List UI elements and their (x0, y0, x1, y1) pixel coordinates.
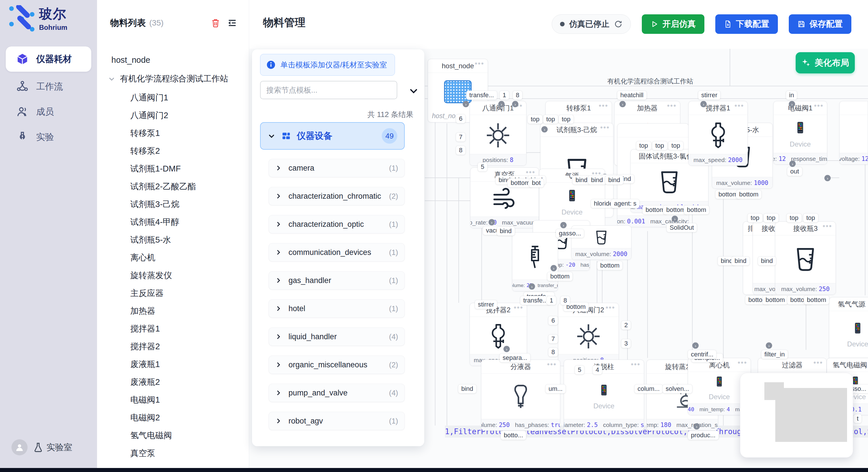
minimap[interactable] (740, 373, 853, 458)
template-item[interactable]: robot_agv (1) (269, 412, 405, 430)
node-menu-icon[interactable]: ••• (738, 358, 747, 367)
port-chip[interactable]: bottom (547, 272, 572, 281)
port-chip[interactable]: 5 (575, 365, 584, 374)
template-item[interactable]: characterization_chromatic (2) (269, 187, 405, 205)
port-chip[interactable]: bottom (763, 295, 788, 305)
port-chip[interactable]: bind (458, 384, 476, 394)
port-chip[interactable]: 4 (592, 365, 602, 374)
node-menu-icon[interactable]: ••• (547, 360, 557, 369)
node-menu-icon[interactable]: ••• (600, 123, 610, 132)
tree-item[interactable]: 搅拌器1 (107, 320, 243, 338)
node-menu-icon[interactable]: ••• (814, 101, 824, 110)
port-chip[interactable]: filter_in (761, 350, 788, 359)
port-dot[interactable]: › (825, 175, 831, 181)
sidebar-item-instruments[interactable]: 仪器耗材 (6, 46, 91, 72)
port-dot[interactable]: › (512, 101, 518, 107)
port-dot[interactable]: › (529, 283, 535, 290)
save-config-button[interactable]: 保存配置 (789, 14, 851, 34)
port-chip[interactable]: stirrer (475, 300, 497, 309)
port-chip[interactable]: 3 (621, 339, 631, 348)
tree-item[interactable]: 转移泵2 (107, 142, 243, 160)
port-chip[interactable]: 8 (513, 91, 522, 100)
node-menu-icon[interactable]: ••• (631, 360, 640, 369)
template-item[interactable]: gas_handler (1) (269, 271, 405, 290)
tree-item[interactable]: 八通阀门2 (107, 107, 243, 125)
template-item[interactable]: hotel (1) (269, 299, 405, 318)
port-dot[interactable]: › (498, 101, 505, 107)
node-solenoid-valve-2-partial[interactable]: voltage:12 (839, 101, 868, 165)
tree-item[interactable]: 搅拌器2 (107, 338, 243, 356)
port-chip[interactable]: bind (588, 175, 606, 185)
collapse-panel-button[interactable] (226, 16, 239, 29)
node-solenoid-valve-1[interactable]: 电磁阀1••• Device voltage:12response_time:0… (773, 101, 827, 165)
template-item[interactable]: liquid_handler (4) (269, 328, 405, 346)
download-config-button[interactable]: 下载配置 (715, 14, 778, 34)
tree-item[interactable]: 试剂瓶5-水 (107, 231, 243, 249)
avatar[interactable] (11, 439, 28, 456)
port-chip[interactable]: top (636, 141, 651, 150)
node-eight-way-valve-2[interactable]: 八通阀门2••• positions:8 (558, 303, 619, 366)
tree-item[interactable]: 试剂瓶2-乙酸乙酯 (107, 178, 243, 196)
delete-all-button[interactable] (209, 16, 222, 29)
port-dot[interactable]: › (541, 126, 548, 133)
port-chip[interactable]: top (668, 141, 683, 150)
port-chip[interactable]: 6 (456, 114, 466, 123)
port-chip[interactable]: 2 (621, 321, 631, 330)
port-chip[interactable]: top (652, 141, 668, 150)
port-chip[interactable]: 5 (477, 162, 487, 171)
port-chip[interactable]: bind (605, 175, 623, 185)
node-receiver-3[interactable]: 接收瓶3••• max_volume:250 (775, 222, 836, 295)
node-menu-icon[interactable]: ••• (823, 222, 832, 231)
port-dot[interactable]: › (692, 342, 699, 349)
port-chip[interactable]: 1 (499, 91, 509, 100)
beautify-layout-button[interactable]: 美化布局 (796, 52, 855, 73)
panel-chevron-down-icon[interactable] (409, 86, 418, 97)
port-chip[interactable]: solven... (662, 384, 692, 394)
refresh-icon[interactable] (614, 20, 623, 28)
template-item[interactable]: characterization_optic (1) (269, 215, 405, 233)
port-chip[interactable]: bind (758, 256, 776, 266)
tree-workstation-node[interactable]: 有机化学流程综合测试工作站 (107, 69, 243, 89)
port-chip[interactable]: in (786, 91, 797, 100)
port-chip[interactable]: bot (529, 178, 544, 188)
port-chip[interactable]: top (803, 213, 818, 223)
template-item[interactable]: pump_and_valve (4) (269, 384, 405, 402)
port-chip[interactable]: bottom (597, 261, 623, 270)
node-menu-icon[interactable]: ••• (813, 358, 823, 367)
port-chip[interactable]: transfe... (466, 91, 497, 100)
port-chip[interactable]: out (787, 167, 802, 176)
port-chip[interactable]: gasso... (556, 229, 584, 238)
port-dot[interactable]: › (766, 342, 772, 349)
node-separator[interactable]: 分液器••• volume:250has_phases:true (481, 360, 560, 431)
port-chip[interactable]: top (543, 115, 558, 124)
port-chip[interactable]: bottom (736, 190, 762, 199)
node-eight-way-valve-1[interactable]: 八通阀门1••• positions:8 (470, 101, 526, 166)
template-item[interactable]: camera (1) (269, 159, 405, 177)
start-simulation-button[interactable]: 开启仿真 (642, 14, 704, 34)
port-chip[interactable]: colum... (634, 384, 663, 394)
port-dot[interactable]: › (560, 222, 567, 228)
tree-item[interactable]: 真空泵 (107, 444, 243, 462)
port-dot[interactable]: › (789, 161, 796, 167)
port-chip[interactable]: bind (497, 227, 515, 236)
port-chip[interactable]: 8 (456, 146, 466, 155)
tree-item[interactable]: 电磁阀2 (107, 409, 243, 427)
sidebar-item-workflow[interactable]: 工作流 (6, 74, 91, 99)
port-chip[interactable]: bottom (684, 205, 709, 214)
tree-item[interactable]: 离心机 (107, 249, 243, 267)
tree-item[interactable]: 试剂瓶4-甲醇 (107, 213, 243, 231)
tree-item[interactable]: 旋转蒸发仪 (107, 267, 243, 284)
tree-item[interactable]: 氢气电磁阀 (107, 427, 243, 444)
category-instruments[interactable]: 仪器设备 49 (260, 122, 405, 150)
node-stirrer-1[interactable]: 搅拌器1••• max_speed:2000 (688, 101, 748, 166)
port-chip[interactable]: bottom (804, 295, 829, 305)
search-input[interactable] (260, 81, 397, 99)
port-chip[interactable]: centrif... (688, 350, 716, 359)
port-chip[interactable]: botto... (501, 431, 526, 440)
lab-entry[interactable]: 实验室 (33, 442, 72, 453)
node-menu-icon[interactable]: ••• (667, 101, 677, 110)
tree-item[interactable]: 主反应器 (107, 284, 243, 302)
port-chip[interactable]: top (786, 213, 802, 223)
port-dot[interactable]: › (672, 216, 678, 222)
port-chip[interactable]: heatchill (617, 91, 647, 100)
